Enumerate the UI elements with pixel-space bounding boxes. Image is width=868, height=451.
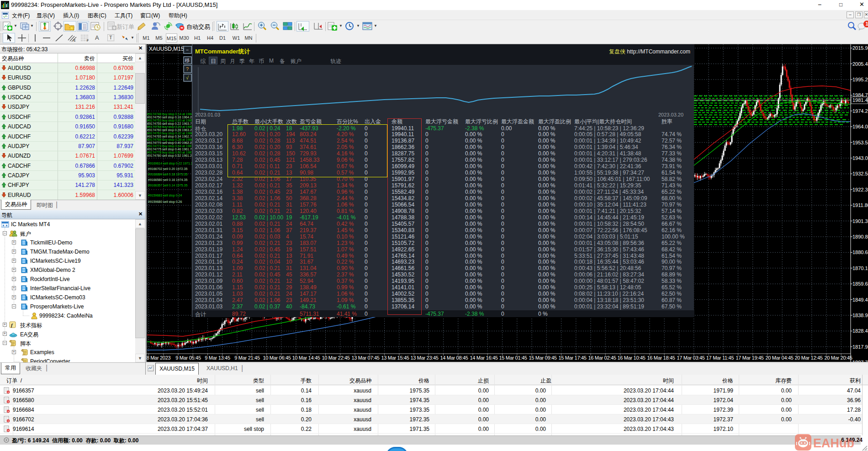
svg-text:15 Mar 17:45: 15 Mar 17:45: [558, 355, 586, 361]
svg-text:1922.30: 1922.30: [852, 187, 868, 192]
svg-text:#9166684 sell 0.18 1973.35: #9166684 sell 0.18 1973.35: [148, 173, 188, 176]
svg-text:移: 移: [185, 58, 190, 63]
svg-text:20 Mar 20:45: 20 Mar 20:45: [824, 355, 852, 361]
svg-text:2015.90: 2015.90: [852, 45, 868, 51]
svg-text:17 Mar 03:45: 17 Mar 03:45: [677, 355, 704, 361]
svg-text:13 Mar 15:45: 13 Mar 15:45: [381, 355, 409, 361]
svg-text:1911.80: 1911.80: [852, 202, 868, 208]
svg-text:1890.80: 1890.80: [852, 234, 868, 239]
svg-text:16 Mar 10:45: 16 Mar 10:45: [617, 355, 645, 361]
svg-text:1943.00: 1943.00: [852, 155, 868, 161]
svg-text:−: −: [186, 47, 189, 53]
svg-text:9 Mar 05:45: 9 Mar 05:45: [175, 355, 201, 361]
svg-text:1880.60: 1880.60: [852, 249, 868, 255]
svg-text:8 Mar 2023: 8 Mar 2023: [147, 355, 171, 361]
svg-text:17 Mar 11:45: 17 Mar 11:45: [706, 355, 734, 361]
svg-text:13 Mar 23:45: 13 Mar 23:45: [410, 355, 438, 361]
svg-text:9 Mar 21:45: 9 Mar 21:45: [234, 355, 260, 361]
svg-text:10 Mar 14:45: 10 Mar 14:45: [292, 355, 320, 361]
svg-text:1901.30: 1901.30: [852, 218, 868, 224]
svg-text:20 Mar 04:45: 20 Mar 04:45: [765, 355, 793, 361]
svg-text:1828.40: 1828.40: [852, 328, 868, 334]
svg-text:15 Mar 01:45: 15 Mar 01:45: [499, 355, 527, 361]
svg-text:1807.70: 1807.70: [852, 360, 868, 362]
svg-text:#9159683 sell stop 0.24: #9159683 sell stop 0.24: [148, 194, 182, 197]
svg-text:10 Mar 06:45: 10 Mar 06:45: [263, 355, 291, 361]
svg-text:1974.20: 1974.20: [852, 108, 868, 114]
svg-text:EAHub: EAHub: [813, 436, 854, 450]
svg-text:10 Mar 22:45: 10 Mar 22:45: [322, 355, 349, 361]
svg-text:E: E: [74, 39, 76, 42]
svg-text:1849.40: 1849.40: [852, 297, 868, 302]
svg-text:F: F: [87, 39, 89, 42]
svg-text:#9166357 sell 0.14 1975.35: #9166357 sell 0.14 1975.35: [148, 184, 188, 187]
svg-text:1817.90: 1817.90: [852, 344, 868, 350]
svg-text:#9159680 sell stop 0.26: #9159680 sell stop 0.26: [148, 200, 182, 204]
svg-text:14 Mar 16:45: 14 Mar 16:45: [470, 355, 498, 361]
svg-text:1870.10: 1870.10: [852, 265, 868, 271]
svg-text:#9166702 sell 0.20 1972.35: #9166702 sell 0.20 1972.35: [148, 167, 188, 170]
svg-text:1995.20: 1995.20: [852, 77, 868, 82]
svg-text:20 Mar 12:45: 20 Mar 12:45: [794, 355, 822, 361]
svg-text:1859.60: 1859.60: [852, 281, 868, 287]
svg-text:9 Mar 13:45: 9 Mar 13:45: [205, 355, 230, 361]
svg-text:1981.44: 1981.44: [852, 97, 868, 103]
svg-text:#9174780 sell stop 0.52 1961.2: #9174780 sell stop 0.52 1961.20: [147, 154, 194, 158]
svg-text:17 Mar 19:45: 17 Mar 19:45: [736, 355, 763, 361]
svg-text:13 Mar 07:45: 13 Mar 07:45: [351, 355, 379, 361]
svg-text:16 Mar 02:45: 16 Mar 02:45: [588, 355, 616, 361]
svg-text:1953.50: 1953.50: [852, 140, 868, 145]
svg-text:#9169614 sell stop 0.22 1971.3: #9169614 sell stop 0.22 1971.35: [148, 162, 195, 165]
svg-text:1838.90: 1838.90: [852, 313, 868, 318]
svg-text:16 Mar 18:45: 16 Mar 18:45: [647, 355, 675, 361]
svg-text:XAUUSD,M15: XAUUSD,M15: [149, 46, 184, 52]
svg-text:√: √: [186, 75, 189, 80]
svg-text:2005.40: 2005.40: [852, 61, 868, 67]
svg-text:15 Mar 09:45: 15 Mar 09:45: [529, 355, 556, 361]
svg-text:14 Mar 08:45: 14 Mar 08:45: [440, 355, 468, 361]
svg-text:1964.00: 1964.00: [852, 124, 868, 129]
svg-text:1932.50: 1932.50: [852, 171, 868, 176]
svg-text:#9166580 sell 0.16 1974.35: #9166580 sell 0.16 1974.35: [148, 178, 188, 181]
svg-text:?: ?: [186, 66, 189, 72]
